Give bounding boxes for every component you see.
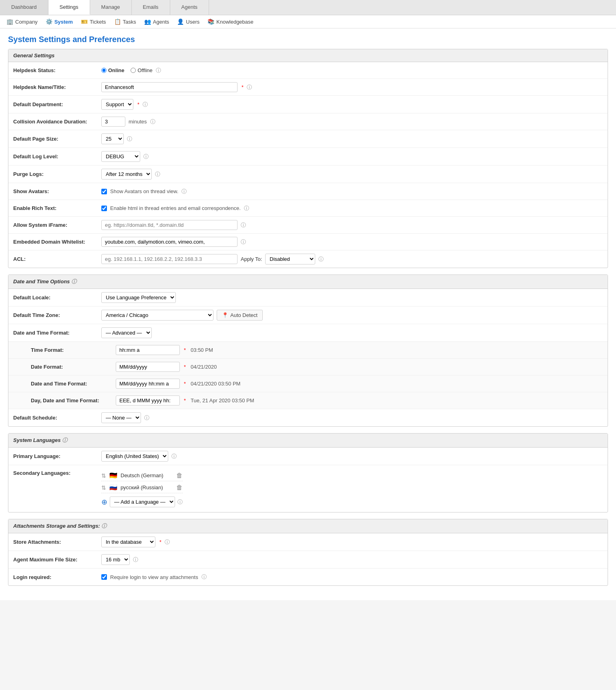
attachments-section: Attachments Storage and Settings: ⓘ Stor… [8,519,608,586]
login-required-row: Login required: Require login to view an… [8,569,608,585]
add-language-icon[interactable]: ⊕ [101,498,107,506]
primary-language-select[interactable]: English (United States) Deutsch (German)… [101,451,168,462]
schedule-info: ⓘ [144,414,149,422]
tab-settings[interactable]: Settings [48,0,90,15]
acl-input[interactable] [101,254,238,264]
system-icon: ⚙️ [46,18,52,25]
helpdesk-status-row: Helpdesk Status: Online Offline ⓘ [8,62,608,79]
show-avatars-checkbox[interactable] [101,189,107,194]
enable-rich-text-checkbox[interactable] [101,206,107,211]
helpdesk-status-info: ⓘ [156,67,161,74]
german-reorder-icon[interactable]: ⇅ [101,472,106,479]
show-avatars-text: Show Avatars on thread view. [110,188,178,194]
embedded-domain-input[interactable] [101,237,238,247]
auto-detect-button[interactable]: 📍 Auto Detect [217,310,263,321]
subnav-agents[interactable]: 👥 Agents [144,18,169,25]
subnav-users[interactable]: 👤 Users [177,18,199,25]
collision-duration-controls: minutes ⓘ [101,117,603,127]
date-time-format-preview: 04/21/2020 03:50 PM [191,381,240,387]
apply-to-select[interactable]: Disabled Enabled - Allow Enabled - Deny [265,254,315,264]
date-format-input[interactable] [116,362,180,372]
users-icon: 👤 [177,18,184,25]
helpdesk-name-info: ⓘ [247,84,252,91]
list-item: ⇅ 🇷🇺 русский (Russian) 🗑 [101,482,183,493]
day-date-time-format-input[interactable] [116,395,180,406]
tab-emails[interactable]: Emails [132,0,170,15]
dept-info: ⓘ [143,101,148,108]
time-format-label: Time Format: [20,347,116,353]
show-avatars-info: ⓘ [181,188,187,195]
subnav-tasks[interactable]: 📋 Tasks [114,18,136,25]
default-page-size-row: Default Page Size: 25 50 100 ⓘ [8,130,608,148]
enable-rich-text-text: Enable html in thread entries and email … [110,205,241,211]
general-settings-header: General Settings [8,49,608,62]
add-language-select[interactable]: — Add a Language — [110,496,175,507]
page-size-info: ⓘ [127,135,132,143]
datetime-section-info: ⓘ [71,278,76,284]
default-department-row: Default Department: Support Sales Billin… [8,96,608,113]
default-log-level-select[interactable]: DEBUG INFO WARNING ERROR [101,151,140,162]
russian-lang-name: русский (Russian) [121,484,173,490]
subnav-company[interactable]: 🏢 Company [6,18,38,25]
languages-list: ⇅ 🇩🇪 Deutsch (German) 🗑 ⇅ 🇷🇺 русский (Ru… [101,470,183,507]
default-timezone-select[interactable]: America / Chicago America / New_York Ame… [101,310,213,321]
day-datetime-required: * [184,397,186,404]
tasks-icon: 📋 [114,18,121,25]
subnav-tickets[interactable]: 🎫 Tickets [81,18,106,25]
sub-navigation: 🏢 Company ⚙️ System 🎫 Tickets 📋 Tasks 👥 … [0,15,616,28]
login-required-text: Require login to view any attachments [110,574,198,580]
offline-radio[interactable] [131,68,136,73]
tab-manage[interactable]: Manage [90,0,132,15]
datetime-format-label: Date and Time Format: [13,330,101,336]
enable-rich-text-controls: Enable html in thread entries and email … [101,205,603,212]
german-delete-icon[interactable]: 🗑 [176,472,183,479]
primary-language-controls: English (United States) Deutsch (German)… [101,451,603,462]
date-time-format-field-input[interactable] [116,379,180,389]
default-schedule-label: Default Schedule: [13,415,101,421]
online-radio-label[interactable]: Online [101,67,124,73]
subnav-system[interactable]: ⚙️ System [46,18,73,25]
date-format-required: * [184,364,186,370]
default-page-size-select[interactable]: 25 50 100 [101,133,124,144]
default-schedule-controls: — None — ⓘ [101,412,603,423]
agent-max-filesize-select[interactable]: 16 mb 8 mb 32 mb 64 mb [101,554,130,565]
online-radio[interactable] [101,68,107,73]
purge-logs-row: Purge Logs: After 12 months After 6 mont… [8,165,608,183]
company-icon: 🏢 [6,18,13,25]
kb-icon: 📚 [207,18,214,25]
store-attachments-select[interactable]: In the database On the filesystem [101,537,155,547]
russian-delete-icon[interactable]: 🗑 [176,484,183,491]
russian-reorder-icon[interactable]: ⇅ [101,484,106,491]
embedded-domain-controls: ⓘ [101,237,603,247]
subnav-knowledgebase[interactable]: 📚 Knowledgebase [207,18,254,25]
helpdesk-name-input[interactable] [101,82,238,92]
default-department-controls: Support Sales Billing * ⓘ [101,99,603,110]
secondary-languages-label: Secondary Languages: [13,470,101,476]
embedded-domain-row: Embedded Domain Whitelist: ⓘ [8,234,608,250]
time-format-input[interactable] [116,345,180,355]
tab-agents-top[interactable]: Agents [170,0,209,15]
general-settings-section: General Settings Helpdesk Status: Online… [8,49,608,268]
purge-logs-select[interactable]: After 12 months After 6 months After 3 m… [101,169,152,180]
agent-max-filesize-row: Agent Maximum File Size: 16 mb 8 mb 32 m… [8,551,608,569]
collision-duration-input[interactable] [101,117,125,127]
login-required-controls: Require login to view any attachments ⓘ [101,573,603,581]
login-required-checkbox[interactable] [101,574,107,580]
system-languages-header: System Languages ⓘ [8,434,608,448]
date-time-header: Date and Time Options ⓘ [8,275,608,289]
tab-dashboard[interactable]: Dashboard [0,0,48,15]
default-department-select[interactable]: Support Sales Billing [101,99,133,110]
store-attachments-label: Store Attachments: [13,539,101,545]
default-locale-select[interactable]: Use Language Preference English (United … [101,292,176,303]
top-tab-bar: Dashboard Settings Manage Emails Agents [0,0,616,15]
datetime-format-select[interactable]: — Advanced — Short Medium Long [101,327,152,338]
embedded-domain-info: ⓘ [241,238,246,246]
default-timezone-row: Default Time Zone: America / Chicago Ame… [8,307,608,324]
date-time-format-field-label: Date and Time Format: [20,381,116,387]
allow-iframe-input[interactable] [101,220,238,230]
offline-radio-label[interactable]: Offline [131,67,152,73]
date-time-section: Date and Time Options ⓘ Default Locale: … [8,274,608,427]
default-schedule-select[interactable]: — None — [101,412,141,423]
store-attachments-controls: In the database On the filesystem * ⓘ [101,537,603,547]
collision-info: ⓘ [150,118,155,125]
